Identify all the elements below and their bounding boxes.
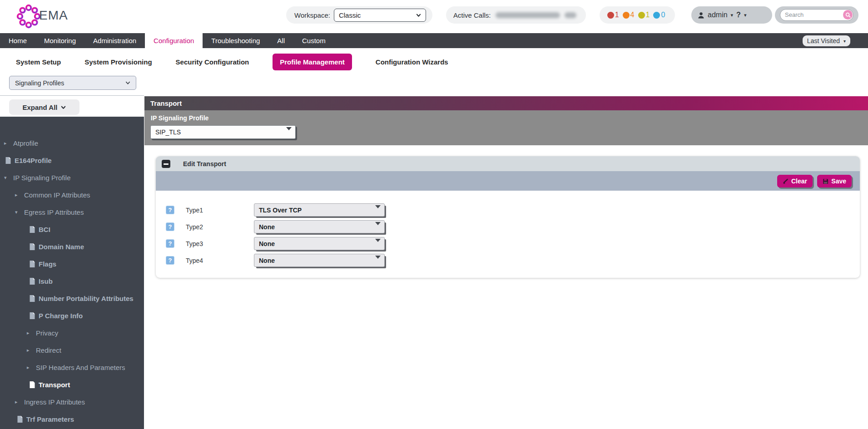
profile-type-select[interactable]: Signaling Profiles: [9, 76, 136, 90]
tree-item-common-ip-attributes[interactable]: ▸ Common IP Attributes: [0, 186, 144, 203]
tree-item-number-portability-attributes[interactable]: Number Portability Attributes: [0, 290, 144, 307]
collapse-panel-icon[interactable]: [162, 160, 170, 168]
last-visited-chevron-icon: ▾: [843, 39, 846, 44]
chevron-down-icon: [61, 105, 66, 110]
field-select-type1[interactable]: TLS Over TCP: [254, 203, 385, 217]
nav-item-custom[interactable]: Custom: [293, 33, 334, 48]
nav-item-administration[interactable]: Administration: [84, 33, 145, 48]
document-icon: [29, 261, 36, 267]
tree-item-trf-parameters[interactable]: Trf Parameters: [0, 410, 144, 428]
alarm-status-group[interactable]: 1 4 1 0: [600, 6, 675, 24]
tree-twisty-icon[interactable]: ▾: [15, 209, 24, 215]
user-menu-chevron-icon[interactable]: ▾: [731, 12, 734, 18]
nav-item-all[interactable]: All: [268, 33, 293, 48]
field-select-type3[interactable]: None: [254, 237, 385, 250]
main-nav: HomeMonitoringAdministrationConfiguratio…: [0, 33, 868, 48]
save-button[interactable]: Save: [817, 175, 852, 187]
active-calls-label: Active Calls:: [453, 11, 491, 19]
help-menu-chevron-icon[interactable]: ▾: [744, 12, 747, 18]
tree-item-label: P Charge Info: [39, 312, 83, 320]
tree-twisty-icon[interactable]: ▸: [15, 192, 24, 198]
profile-type-selected-value: Signaling Profiles: [15, 79, 64, 87]
tree-item-label: Redirect: [36, 346, 61, 354]
dropdown-arrow-icon: [375, 256, 381, 259]
divider: [0, 95, 144, 96]
last-visited-button[interactable]: Last Visited ▾: [803, 35, 850, 46]
tree-item-label: Common IP Attributes: [24, 191, 90, 199]
alarm-count: 1: [638, 11, 652, 19]
clear-icon: [783, 178, 789, 185]
dropdown-arrow-icon: [375, 205, 381, 208]
tree-twisty-icon[interactable]: ▸: [27, 365, 36, 370]
tree-twisty-icon[interactable]: ▾: [4, 175, 13, 181]
subnav-item-system-provisioning[interactable]: System Provisioning: [84, 58, 152, 66]
tree-item-transport[interactable]: Transport: [0, 376, 144, 393]
tree-item-isub[interactable]: Isub: [0, 272, 144, 290]
search-button[interactable]: [843, 10, 853, 20]
panel-header: Edit Transport: [156, 156, 860, 171]
tree-item-label: IP Signaling Profile: [13, 174, 70, 182]
tree-item-label: E164Profile: [15, 157, 52, 164]
tree-twisty-icon[interactable]: ▸: [15, 399, 24, 405]
subnav-item-security-configuration[interactable]: Security Configuration: [176, 58, 249, 66]
tree-twisty-icon[interactable]: ▸: [27, 330, 36, 336]
tree-twisty-icon[interactable]: ▸: [27, 347, 36, 353]
tree-item-privacy[interactable]: ▸ Privacy: [0, 324, 144, 341]
workspace-select[interactable]: Classic: [334, 9, 426, 22]
nav-item-home[interactable]: Home: [0, 33, 35, 48]
document-icon: [29, 226, 36, 233]
alarm-count: 4: [623, 11, 637, 19]
tree-item-ingress-ip-attributes[interactable]: ▸ Ingress IP Attributes: [0, 393, 144, 410]
nav-item-troubleshooting[interactable]: Troubleshooting: [203, 33, 268, 48]
nav-item-configuration[interactable]: Configuration: [145, 33, 203, 48]
ema-application: EMA Workspace: Classic Active Calls: 1 4…: [0, 0, 868, 429]
active-calls-value-redacted: [496, 12, 560, 18]
tree-item-domain-name[interactable]: Domain Name: [0, 238, 144, 255]
tree-item-sip-headers-and-parameters[interactable]: ▸ SIP Headers And Parameters: [0, 359, 144, 376]
search-input[interactable]: [785, 10, 838, 20]
alarm-count-value: 1: [646, 11, 650, 19]
tree-item-flags[interactable]: Flags: [0, 255, 144, 272]
help-icon[interactable]: ?: [166, 222, 174, 231]
expand-all-button[interactable]: Expand All: [9, 99, 79, 115]
help-icon[interactable]: ?: [166, 206, 174, 214]
alarm-count: 1: [607, 11, 621, 19]
tree-item-ip-signaling-profile[interactable]: ▾ IP Signaling Profile: [0, 169, 144, 186]
app-title: EMA: [39, 8, 68, 23]
tree-item-label: Egress IP Attributes: [24, 208, 84, 216]
tree-twisty-icon[interactable]: ▸: [4, 140, 13, 146]
nav-item-monitoring[interactable]: Monitoring: [35, 33, 84, 48]
transport-form: ? Type1 TLS Over TCP ? Type2 None ? Type…: [156, 191, 860, 267]
alarm-count: 0: [653, 11, 667, 19]
tree-item-label: Trf Parameters: [26, 415, 74, 423]
subnav-item-profile-management[interactable]: Profile Management: [273, 54, 352, 70]
clear-button[interactable]: Clear: [777, 175, 813, 187]
subnav-item-configuration-wizards[interactable]: Configuration Wizards: [376, 58, 448, 66]
help-menu[interactable]: ?: [736, 11, 741, 19]
alarm-dot-icon: [607, 12, 614, 19]
tree-item-egress-ip-attributes[interactable]: ▾ Egress IP Attributes: [0, 203, 144, 221]
clear-button-label: Clear: [791, 178, 807, 185]
field-selected-value: TLS Over TCP: [259, 207, 302, 214]
field-label: Type2: [186, 223, 254, 231]
chevron-down-icon: [125, 80, 130, 85]
top-header: EMA Workspace: Classic Active Calls: 1 4…: [0, 0, 868, 33]
tree-item-p-charge-info[interactable]: P Charge Info: [0, 307, 144, 324]
help-icon[interactable]: ?: [166, 239, 174, 248]
field-select-type4[interactable]: None: [254, 254, 385, 267]
tree-item-bci[interactable]: BCI: [0, 221, 144, 238]
ip-signaling-profile-select[interactable]: SIP_TLS: [150, 125, 296, 139]
tree-item-atprofile[interactable]: ▸ Atprofile: [0, 134, 144, 152]
content-titlebar: Transport: [144, 96, 868, 110]
field-select-type2[interactable]: None: [254, 220, 385, 233]
tree-item-e164profile[interactable]: E164Profile: [0, 152, 144, 169]
user-name: admin: [708, 11, 728, 19]
subnav-item-system-setup[interactable]: System Setup: [16, 58, 61, 66]
tree-item-redirect[interactable]: ▸ Redirect: [0, 341, 144, 359]
help-icon[interactable]: ?: [166, 256, 174, 265]
workspace-selected-value: Classic: [339, 11, 361, 19]
ip-signaling-profile-label: IP Signaling Profile: [151, 114, 208, 122]
user-menu[interactable]: admin ▾ ? ▾: [691, 6, 772, 24]
document-icon: [29, 243, 36, 250]
tree-item-label: Number Portability Attributes: [39, 295, 134, 302]
